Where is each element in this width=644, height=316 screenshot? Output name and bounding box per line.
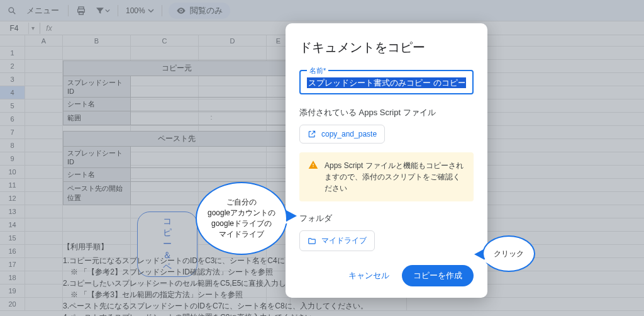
modal-title: ドキュメントをコピー [299,39,474,56]
callout-text: クリック [494,249,524,259]
folder-label: フォルダ [299,213,474,224]
folder-icon [308,237,316,245]
callout-mydrive: ご自分の googleアカウントの googleドライブの マイドライブ [196,182,287,255]
folder-name: マイドライブ [321,235,367,246]
apps-script-label: 添付されている Apps Script ファイル [299,107,474,118]
cancel-button[interactable]: キャンセル [345,265,393,286]
callout-text: ご自分の googleアカウントの googleドライブの マイドライブ [208,197,275,239]
folder-chip[interactable]: マイドライブ [299,230,375,251]
copy-document-modal: ドキュメントをコピー 名前* 添付されている Apps Script ファイル … [286,23,487,298]
warning-text: Apps Script ファイルと機能もコピーされますので、添付のスクリプトをご… [325,160,465,194]
open-icon [308,130,316,138]
create-copy-button[interactable]: コピーを作成 [402,265,474,286]
name-field[interactable]: 名前* [299,70,474,94]
name-input[interactable] [307,77,466,88]
callout-click: クリック [482,235,535,272]
script-chip[interactable]: copy_and_paste [299,125,385,144]
warning-box: Apps Script ファイルと機能もコピーされますので、添付のスクリプトをご… [299,152,474,201]
script-name: copy_and_paste [321,130,377,138]
warning-icon [308,160,318,194]
field-label: 名前* [307,66,328,76]
